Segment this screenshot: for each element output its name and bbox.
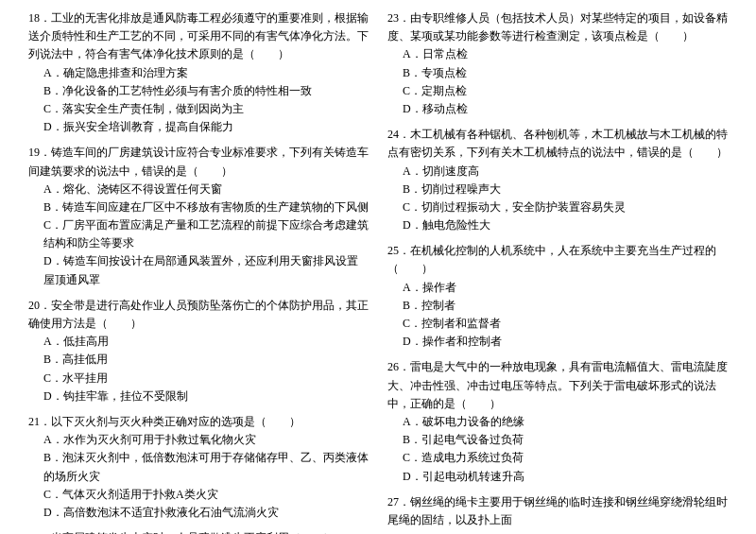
q21-option-b: B．泡沫灭火剂中，低倍数泡沫可用于存储储存甲、乙、丙类液体的场所火灾 (28, 449, 369, 485)
question-23-title: 23．由专职维修人员（包括技术人员）对某些特定的项目，如设备精度、某项或某功能参… (387, 9, 728, 45)
q26-option-d: D．引起电动机转速升高 (387, 468, 728, 486)
question-21: 21．以下灭火剂与灭火种类正确对应的选项是（ ） A．水作为灭火剂可用于扑救过氧… (28, 413, 369, 522)
q18-option-c: C．落实安全生产责任制，做到因岗为主 (28, 100, 369, 118)
question-22: 22．当高层建筑发生火灾时，人员疏散逃生不应利用（ ） A．消防电梯 B．塔边落… (28, 529, 369, 534)
q20-option-d: D．钩挂牢靠，挂位不受限制 (28, 388, 369, 405)
question-26-title: 26．雷电是大气中的一种放电现象，具有雷电流幅值大、雷电流陡度大、冲击性强、冲击… (387, 358, 728, 413)
q21-option-d: D．高倍数泡沫不适宜扑救液化石油气流淌火灾 (28, 504, 369, 522)
q19-option-b: B．铸造车间应建在厂区中不移放有害物质的生产建筑物的下风侧 (28, 198, 369, 216)
q26-option-b: B．引起电气设备过负荷 (387, 431, 728, 449)
question-20-title: 20．安全带是进行高处作业人员预防坠落伤亡的个体防护用品，其正确使用方法是（ ） (28, 297, 369, 333)
question-23: 23．由专职维修人员（包括技术人员）对某些特定的项目，如设备精度、某项或某功能参… (387, 9, 728, 118)
q24-option-a: A．切削速度高 (387, 163, 728, 181)
q25-option-d: D．操作者和控制者 (387, 333, 728, 351)
q20-option-c: C．水平挂用 (28, 370, 369, 388)
question-19: 19．铸造车间的厂房建筑设计应符合专业标准要求，下列有关铸造车间建筑要求的说法中… (28, 144, 369, 289)
q23-option-c: C．定期点检 (387, 82, 728, 100)
question-21-title: 21．以下灭火剂与灭火种类正确对应的选项是（ ） (28, 413, 369, 431)
q23-option-d: D．移动点检 (387, 100, 728, 118)
q19-option-c: C．厂房平面布置应满足产量和工艺流程的前提下应综合考虑建筑结构和防尘等要求 (28, 216, 369, 252)
q19-option-a: A．熔化、浇铸区不得设置任何天窗 (28, 181, 369, 198)
question-26: 26．雷电是大气中的一种放电现象，具有雷电流幅值大、雷电流陡度大、冲击性强、冲击… (387, 358, 728, 485)
question-20: 20．安全带是进行高处作业人员预防坠落伤亡的个体防护用品，其正确使用方法是（ ）… (28, 297, 369, 405)
q21-option-c: C．气体灭火剂适用于扑救A类火灾 (28, 486, 369, 504)
right-column: 23．由专职维修人员（包括技术人员）对某些特定的项目，如设备精度、某项或某功能参… (387, 9, 728, 534)
q20-option-b: B．高挂低用 (28, 351, 369, 369)
q24-option-b: B．切削过程噪声大 (387, 181, 728, 198)
q25-option-c: C．控制者和监督者 (387, 315, 728, 333)
left-column: 18．工业的无害化排放是通风防毒工程必须遵守的重要准则，根据输送介质特性和生产工… (28, 9, 369, 534)
q26-option-c: C．造成电力系统过负荷 (387, 449, 728, 467)
q18-option-d: D．振兴安全培训教育，提高自保能力 (28, 118, 369, 136)
q24-option-d: D．触电危险性大 (387, 216, 728, 234)
question-27: 27．钢丝绳的绳卡主要用于钢丝绳的临时连接和钢丝绳穿绕滑轮组时尾绳的固结，以及扑… (387, 493, 728, 529)
question-22-title: 22．当高层建筑发生火灾时，人员疏散逃生不应利用（ ） (28, 529, 369, 534)
q25-option-b: B．控制者 (387, 297, 728, 315)
question-25-title: 25．在机械化控制的人机系统中，人在系统中主要充当生产过程的（ ） (387, 242, 728, 278)
q19-option-d: D．铸造车间按设计在局部通风装置外，还应利用天窗排风设置屋顶通风罩 (28, 252, 369, 288)
page-content: 18．工业的无害化排放是通风防毒工程必须遵守的重要准则，根据输送介质特性和生产工… (28, 9, 728, 534)
question-18: 18．工业的无害化排放是通风防毒工程必须遵守的重要准则，根据输送介质特性和生产工… (28, 9, 369, 136)
question-24: 24．木工机械有各种锯机、各种刨机等，木工机械故与木工机械的特点有密切关系，下列… (387, 126, 728, 234)
q21-option-a: A．水作为灭火剂可用于扑救过氧化物火灾 (28, 431, 369, 449)
q23-option-a: A．日常点检 (387, 45, 728, 63)
q20-option-a: A．低挂高用 (28, 333, 369, 351)
question-27-title: 27．钢丝绳的绳卡主要用于钢丝绳的临时连接和钢丝绳穿绕滑轮组时尾绳的固结，以及扑… (387, 493, 728, 529)
question-24-title: 24．木工机械有各种锯机、各种刨机等，木工机械故与木工机械的特点有密切关系，下列… (387, 126, 728, 162)
question-25: 25．在机械化控制的人机系统中，人在系统中主要充当生产过程的（ ） A．操作者 … (387, 242, 728, 351)
q25-option-a: A．操作者 (387, 279, 728, 297)
q18-option-a: A．确定隐患排查和治理方案 (28, 64, 369, 82)
q26-option-a: A．破坏电力设备的绝缘 (387, 413, 728, 431)
question-18-title: 18．工业的无害化排放是通风防毒工程必须遵守的重要准则，根据输送介质特性和生产工… (28, 9, 369, 64)
q18-option-b: B．净化设备的工艺特性必须与有害介质的特性相一致 (28, 82, 369, 100)
question-19-title: 19．铸造车间的厂房建筑设计应符合专业标准要求，下列有关铸造车间建筑要求的说法中… (28, 144, 369, 180)
q23-option-b: B．专项点检 (387, 64, 728, 82)
q24-option-c: C．切削过程振动大，安全防护装置容易失灵 (387, 198, 728, 216)
